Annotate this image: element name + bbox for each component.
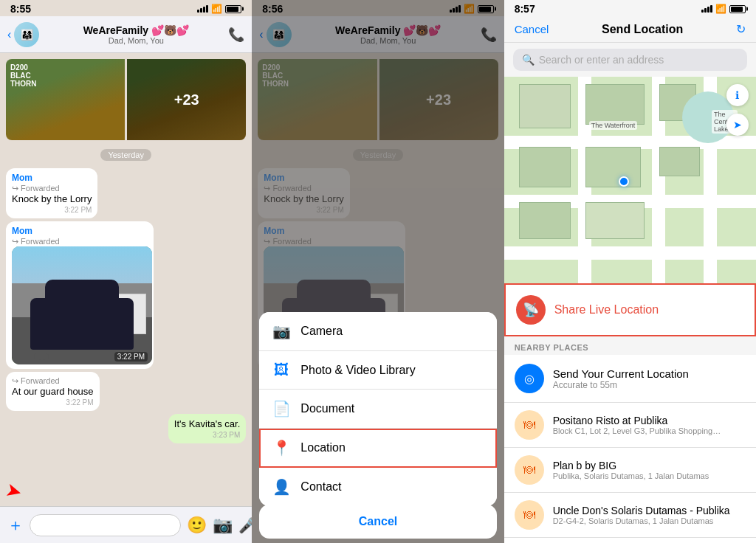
add-button-1[interactable]: ＋ bbox=[7, 514, 24, 536]
status-icons-1: 📶 bbox=[197, 4, 241, 14]
map-waterfront-label: The Waterfront bbox=[589, 121, 638, 130]
action-sheet: 📷 Camera 🖼 Photo & Video Library 📄 Docum… bbox=[259, 312, 496, 506]
photo-library-icon: 🖼 bbox=[272, 362, 290, 378]
send-current-location-row[interactable]: ◎ Send Your Current Location Accurate to… bbox=[504, 355, 756, 403]
document-label: Document bbox=[300, 402, 354, 415]
contact-label: Contact bbox=[300, 480, 341, 494]
search-bar[interactable]: 🔍 Search or enter an address bbox=[513, 49, 747, 71]
cancel-label: Cancel bbox=[359, 515, 397, 528]
group-name-1: WeAreFamily 💕🐻💕 bbox=[83, 24, 189, 36]
map-my-location-button[interactable]: ➤ bbox=[726, 114, 749, 136]
live-location-label: Share Live Location bbox=[554, 303, 659, 317]
panel-3: 8:57 📶 Cancel Send Location ↻ 🔍 Search o… bbox=[504, 0, 756, 543]
msg-time-guard: 3:22 PM bbox=[12, 398, 94, 407]
place-row-2[interactable]: 🍽 Uncle Don's Solaris Dutamas - Publika … bbox=[504, 493, 756, 538]
message-bubble-1: Mom ↪ Forwarded Knock by the Lorry 3:22 … bbox=[6, 168, 97, 218]
action-item-contact[interactable]: 👤 Contact bbox=[259, 468, 496, 506]
message-bubble-kavita: It's Kavita's car. 3:23 PM bbox=[168, 414, 247, 443]
msg-sender-1: Mom bbox=[12, 173, 92, 183]
image-row-1: D200BLACTHORN +23 bbox=[6, 59, 246, 140]
building-5 bbox=[585, 147, 641, 187]
place-icon-0: 🍽 bbox=[515, 410, 544, 440]
place-icon-1: 🍽 bbox=[515, 455, 544, 485]
message-bubble-guard: ↪ Forwarded At our guard house 3:22 PM bbox=[6, 372, 100, 411]
action-item-location[interactable]: 📍 Location bbox=[259, 429, 496, 468]
place-info-1: Plan b by BIG Publika, Solaris Dutamas, … bbox=[553, 460, 709, 480]
msg-text-guard: At our guard house bbox=[12, 386, 94, 397]
call-icon-1[interactable]: 📞 bbox=[228, 27, 244, 43]
signal-icon-3 bbox=[701, 5, 712, 13]
photo-library-label: Photo & Video Library bbox=[300, 364, 415, 377]
location-icon: 📍 bbox=[272, 439, 290, 457]
building-6 bbox=[659, 147, 700, 176]
live-location-icon: 📡 bbox=[516, 295, 546, 325]
message-bubble-photo-1: Mom ↪ Forwarded 3:22 PM bbox=[6, 221, 154, 369]
map-info-button[interactable]: ℹ bbox=[726, 84, 749, 106]
map-area: TheCentralLake The Waterfront ℹ ➤ bbox=[504, 77, 756, 283]
avatar-1: 👨‍👩‍👧 bbox=[14, 22, 39, 47]
place-row-1[interactable]: 🍽 Plan b by BIG Publika, Solaris Dutamas… bbox=[504, 448, 756, 493]
sl-cancel-button[interactable]: Cancel bbox=[515, 23, 549, 35]
search-bar-wrap: 🔍 Search or enter an address bbox=[504, 43, 756, 77]
camera-icon-1[interactable]: 📷 bbox=[213, 516, 233, 535]
share-live-location-row[interactable]: 📡 Share Live Location bbox=[504, 283, 756, 336]
date-badge-1: Yesterday bbox=[6, 148, 246, 161]
place-addr-2: D2-G4-2, Solaris Dutamas, 1 Jalan Dutama… bbox=[553, 516, 723, 525]
contact-icon: 👤 bbox=[272, 478, 290, 496]
location-options: 📡 Share Live Location NEARBY PLACES ◎ Se… bbox=[504, 283, 756, 543]
nav-bar-1: ‹ 👨‍👩‍👧 WeAreFamily 💕🐻💕 Dad, Mom, You 📞 bbox=[0, 16, 252, 53]
msg-time-kavita: 3:23 PM bbox=[174, 431, 241, 439]
building-1 bbox=[519, 84, 571, 128]
search-icon-3: 🔍 bbox=[522, 54, 535, 66]
mic-icon-1[interactable]: 🎤 bbox=[238, 516, 252, 534]
sticker-icon-1[interactable]: 🙂 bbox=[187, 516, 207, 535]
building-8 bbox=[585, 202, 645, 239]
back-button-1[interactable]: ‹ bbox=[7, 28, 11, 41]
action-cancel-button[interactable]: Cancel bbox=[259, 505, 496, 539]
wifi-icon-1: 📶 bbox=[211, 4, 222, 14]
group-members-1: Dad, Mom, You bbox=[109, 36, 164, 45]
message-input-1[interactable] bbox=[30, 514, 181, 536]
msg-forwarded-1: ↪ Forwarded bbox=[12, 184, 92, 193]
status-bar-1: 8:55 📶 bbox=[0, 0, 252, 16]
chat-area-1: D200BLACTHORN +23 Yesterday Mom ↪ Forwar… bbox=[0, 53, 252, 506]
action-item-camera[interactable]: 📷 Camera bbox=[259, 312, 496, 351]
img-overlay: +23 bbox=[127, 59, 246, 140]
place-name-2: Uncle Don's Solaris Dutamas - Publika bbox=[553, 505, 730, 516]
msg-forwarded-guard: ↪ Forwarded bbox=[12, 376, 94, 386]
msg-text-kavita: It's Kavita's car. bbox=[174, 418, 241, 429]
photo-time-1: 3:22 PM bbox=[114, 352, 148, 362]
sl-refresh-button[interactable]: ↻ bbox=[736, 22, 746, 36]
camera-action-icon: 📷 bbox=[272, 322, 290, 340]
panel-2: 8:56 📶 ‹ 👨‍👩‍👧 WeAreFamily 💕🐻💕 Dad, Mom,… bbox=[252, 0, 504, 543]
place-name-0: Positano Risto at Publika bbox=[553, 415, 723, 426]
battery-icon-3 bbox=[729, 5, 746, 13]
bottom-bar-1: ＋ 🙂 📷 🎤 bbox=[0, 506, 252, 543]
signal-icon-1 bbox=[197, 5, 208, 13]
status-icons-3: 📶 bbox=[701, 4, 746, 14]
place-addr-1: Publika, Solaris Dutamas, 1 Jalan Dutama… bbox=[553, 471, 709, 480]
msg-sender-photo-1: Mom bbox=[12, 226, 148, 236]
road-h-3 bbox=[504, 246, 756, 260]
battery-icon-1 bbox=[225, 5, 241, 13]
msg-time-1: 3:22 PM bbox=[12, 206, 92, 214]
img-label-1: D200BLACTHORN bbox=[10, 63, 37, 88]
document-icon: 📄 bbox=[272, 400, 290, 418]
time-3: 8:57 bbox=[515, 3, 535, 15]
building-4 bbox=[519, 147, 571, 187]
date-label-1: Yesterday bbox=[100, 149, 151, 161]
img-thumb-2: +23 bbox=[127, 59, 246, 140]
car-shape bbox=[30, 298, 134, 350]
place-icon-2: 🍽 bbox=[515, 500, 544, 530]
nav-center-1: WeAreFamily 💕🐻💕 Dad, Mom, You bbox=[44, 24, 228, 45]
sl-title: Send Location bbox=[602, 23, 683, 36]
place-row-3[interactable]: 🍽 The Eighth Avenue, Publika D2-G3-03, S… bbox=[504, 538, 756, 543]
msg-text-1: Knock by the Lorry bbox=[12, 193, 92, 204]
place-row-0[interactable]: 🍽 Positano Risto at Publika Block C1, Lo… bbox=[504, 403, 756, 448]
action-item-document[interactable]: 📄 Document bbox=[259, 390, 496, 429]
search-placeholder: Search or enter an address bbox=[539, 54, 664, 66]
place-info-2: Uncle Don's Solaris Dutamas - Publika D2… bbox=[553, 505, 730, 525]
car-photo-1 bbox=[12, 246, 152, 364]
current-location-accuracy: Accurate to 55m bbox=[553, 380, 689, 390]
action-item-photo-library[interactable]: 🖼 Photo & Video Library bbox=[259, 351, 496, 390]
